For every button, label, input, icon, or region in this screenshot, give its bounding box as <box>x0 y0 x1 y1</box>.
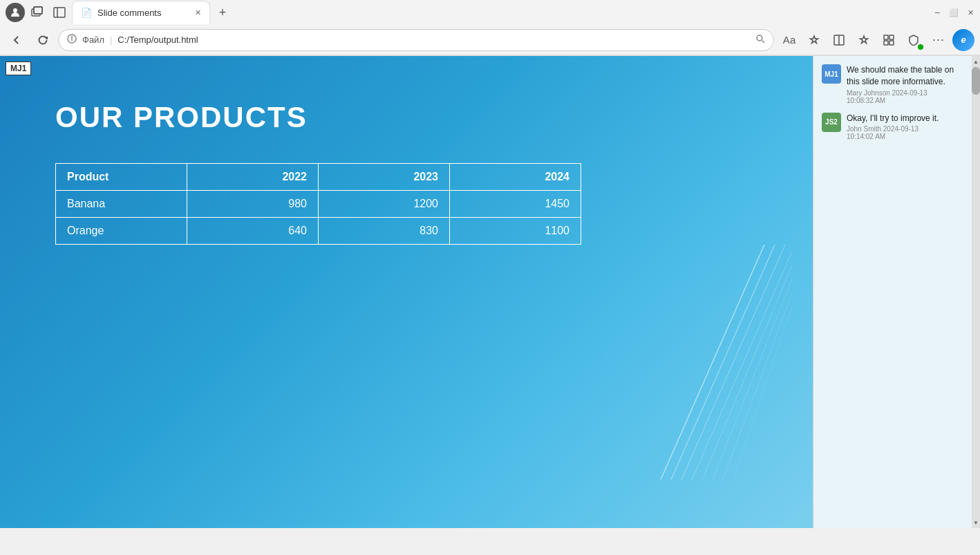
info-icon <box>67 34 77 46</box>
comment-body-1: We should make the table on this slide m… <box>847 64 963 104</box>
restore-button[interactable] <box>950 8 958 17</box>
favorites-icon[interactable] <box>803 29 825 51</box>
tab-file-icon: 📄 <box>81 8 92 18</box>
comment-time-1: 10:08:32 AM <box>847 97 885 104</box>
scrollbar: ▲ ▼ <box>972 56 980 528</box>
slide-area: MJ1 OUR PRODUCTS Product 2022 2023 2024 … <box>0 56 813 528</box>
tab-title: Slide comments <box>97 8 161 18</box>
edge-browser-icon[interactable]: e <box>952 29 974 51</box>
refresh-button[interactable] <box>32 29 54 51</box>
comment-text-2: Okay, I'll try to improve it. <box>847 113 963 124</box>
shield-icon[interactable] <box>903 29 925 51</box>
comment-date-1: 2024-09-13 <box>892 89 927 97</box>
comment-author-1: Mary Johnson <box>847 89 892 97</box>
decorative-lines <box>654 245 792 487</box>
cell-orange-2023: 830 <box>319 218 450 245</box>
sidebar-toggle-icon[interactable] <box>50 3 69 22</box>
tab-close-button[interactable]: ✕ <box>195 8 201 17</box>
comment-body-2: Okay, I'll try to improve it. John Smith… <box>847 113 963 141</box>
comments-panel: MJ1 We should make the table on this sli… <box>813 56 972 528</box>
browser-chrome: 📄 Slide comments ✕ + <box>0 0 980 56</box>
slide-table: Product 2022 2023 2024 Banana 980 1200 1… <box>55 163 581 245</box>
svg-line-22 <box>713 279 792 480</box>
comment-item-2: JS2 Okay, I'll try to improve it. John S… <box>822 113 963 141</box>
comment-time-2: 10:14:02 AM <box>847 133 885 140</box>
comment-avatar-mj1: MJ1 <box>822 64 841 84</box>
table-row: Banana 980 1200 1450 <box>56 191 581 218</box>
svg-point-9 <box>757 35 762 41</box>
address-divider: | <box>110 35 112 45</box>
col-header-2024: 2024 <box>450 164 581 191</box>
col-header-product: Product <box>56 164 187 191</box>
nav-bar: Файл | C:/Temp/output.html Аа <box>0 25 980 55</box>
window-controls <box>933 8 974 17</box>
svg-rect-15 <box>884 41 888 45</box>
svg-line-21 <box>702 265 792 480</box>
cell-orange-2022: 640 <box>187 218 319 245</box>
slide-title: OUR PRODUCTS <box>55 101 308 134</box>
address-bar[interactable]: Файл | C:/Temp/output.html <box>58 29 774 51</box>
active-tab[interactable]: 📄 Slide comments ✕ <box>72 1 210 24</box>
svg-rect-4 <box>54 8 65 17</box>
address-text: C:/Temp/output.html <box>117 35 750 45</box>
shield-badge <box>918 44 923 50</box>
cell-orange-2024: 1100 <box>450 218 581 245</box>
col-header-2022: 2022 <box>187 164 319 191</box>
col-header-2023: 2023 <box>319 164 450 191</box>
new-tab-button[interactable]: + <box>213 3 232 22</box>
mj1-badge[interactable]: MJ1 <box>6 62 31 75</box>
comment-meta-1: Mary Johnson 2024-09-13 10:08:32 AM <box>847 89 963 104</box>
comment-meta-2: John Smith 2024-09-13 10:14:02 AM <box>847 125 963 140</box>
comment-author-2: John Smith <box>847 125 883 133</box>
svg-line-17 <box>661 245 764 480</box>
scrollbar-thumb[interactable] <box>972 67 980 95</box>
svg-rect-14 <box>889 35 894 39</box>
cell-banana-2022: 980 <box>187 191 319 218</box>
table-header: Product 2022 2023 2024 <box>56 164 581 191</box>
read-aloud-icon[interactable]: Аа <box>778 29 800 51</box>
tab-bar: 📄 Slide comments ✕ + <box>0 0 980 25</box>
file-label: Файл <box>82 35 104 45</box>
close-button[interactable] <box>966 8 974 17</box>
more-options-icon[interactable]: ··· <box>927 29 950 51</box>
scrollbar-up-arrow[interactable]: ▲ <box>972 56 980 67</box>
svg-line-24 <box>733 307 792 480</box>
svg-rect-16 <box>889 41 894 45</box>
minimize-button[interactable] <box>933 8 941 17</box>
content-area: MJ1 OUR PRODUCTS Product 2022 2023 2024 … <box>0 56 980 528</box>
svg-line-19 <box>681 245 785 480</box>
comment-avatar-js2: JS2 <box>822 113 841 132</box>
toolbar-icons: Аа <box>778 29 974 51</box>
cell-banana-name: Banana <box>56 191 187 218</box>
collections-icon[interactable] <box>878 29 900 51</box>
favorites-bar-icon[interactable] <box>853 29 875 51</box>
svg-line-20 <box>692 252 792 480</box>
split-screen-icon[interactable] <box>828 29 850 51</box>
comment-date-2: 2024-09-13 <box>883 125 918 133</box>
tabs-overview-icon[interactable] <box>28 3 47 22</box>
cell-banana-2024: 1450 <box>450 191 581 218</box>
svg-point-0 <box>13 8 17 12</box>
comment-item-1: MJ1 We should make the table on this sli… <box>822 64 963 104</box>
svg-line-10 <box>762 41 765 44</box>
table-header-row: Product 2022 2023 2024 <box>56 164 581 191</box>
table-body: Banana 980 1200 1450 Orange 640 830 1100 <box>56 191 581 245</box>
svg-line-23 <box>723 293 792 480</box>
comment-text-1: We should make the table on this slide m… <box>847 64 963 88</box>
cell-orange-name: Orange <box>56 218 187 245</box>
profile-icon[interactable] <box>6 3 25 22</box>
svg-rect-2 <box>34 7 42 14</box>
svg-point-8 <box>72 37 73 37</box>
svg-rect-13 <box>884 35 888 39</box>
search-icon[interactable] <box>755 34 765 46</box>
scrollbar-down-arrow[interactable]: ▼ <box>972 517 980 528</box>
table-row: Orange 640 830 1100 <box>56 218 581 245</box>
cell-banana-2023: 1200 <box>319 191 450 218</box>
back-button[interactable] <box>6 29 28 51</box>
